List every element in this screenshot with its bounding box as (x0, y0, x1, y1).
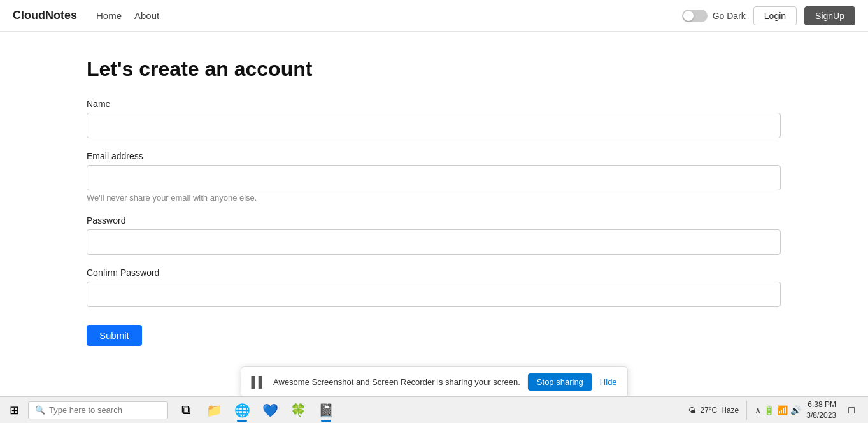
navbar-right: Go Dark Login SignUp (682, 6, 855, 25)
password-field-group: Password (87, 215, 781, 255)
task-view-icon: ⧉ (181, 403, 190, 417)
windows-icon: ⊞ (10, 403, 19, 417)
wifi-icon[interactable]: 📶 (777, 405, 788, 415)
obsidian-icon: 🍀 (290, 403, 306, 418)
taskbar-search-icon: 🔍 (35, 405, 45, 415)
weather-widget[interactable]: 🌤 27°C Haze (688, 406, 739, 415)
taskbar-app-obsidian[interactable]: 🍀 (285, 398, 311, 423)
volume-icon[interactable]: 🔊 (790, 405, 801, 415)
clock-time: 6:38 PM (806, 399, 836, 410)
onenote-icon: 📓 (318, 403, 334, 418)
name-field-group: Name (87, 99, 781, 138)
taskbar-app-task-view[interactable]: ⧉ (173, 398, 199, 423)
email-hint: We'll never share your email with anyone… (87, 193, 781, 203)
brand: CloudNotes (13, 9, 77, 22)
name-input[interactable] (87, 113, 781, 138)
stop-sharing-button[interactable]: Stop sharing (528, 373, 592, 391)
email-label: Email address (87, 151, 781, 161)
start-button[interactable]: ⊞ (0, 397, 28, 424)
vscode-icon: 💙 (262, 403, 278, 418)
weather-temp: 27°C (700, 406, 717, 415)
taskbar-app-chrome[interactable]: 🌐 (229, 398, 255, 423)
name-label: Name (87, 99, 781, 109)
weather-icon: 🌤 (688, 406, 696, 415)
clock[interactable]: 6:38 PM 3/8/2023 (806, 399, 836, 421)
taskbar-app-file-explorer[interactable]: 📁 (201, 398, 227, 423)
file-explorer-icon: 📁 (206, 403, 222, 418)
taskbar-app-onenote[interactable]: 📓 (313, 398, 339, 423)
share-banner: ▌▌ Awesome Screenshot and Screen Recorde… (240, 366, 627, 398)
taskbar-search-input[interactable] (49, 405, 156, 415)
confirm-password-label: Confirm Password (87, 268, 781, 278)
taskbar: ⊞ 🔍 ⧉ 📁 🌐 💙 🍀 📓 🌤 27°C Haze (0, 396, 868, 423)
hide-button[interactable]: Hide (600, 377, 617, 387)
confirm-password-input[interactable] (87, 282, 781, 307)
taskbar-apps: ⧉ 📁 🌐 💙 🍀 📓 (173, 398, 339, 423)
page-title: Let's create an account (87, 57, 781, 81)
clock-date: 3/8/2023 (806, 410, 836, 421)
login-button[interactable]: Login (753, 6, 797, 25)
taskbar-app-vscode[interactable]: 💙 (257, 398, 283, 423)
main-content: Let's create an account Name Email addre… (0, 32, 868, 371)
confirm-password-field-group: Confirm Password (87, 268, 781, 307)
notification-icon: □ (848, 405, 855, 416)
taskbar-divider (746, 401, 747, 420)
toggle-label: Go Dark (713, 11, 746, 21)
dark-mode-toggle[interactable]: Go Dark (682, 10, 746, 22)
navbar: CloudNotes Home About Go Dark Login Sign… (0, 0, 868, 32)
battery-icon[interactable]: 🔋 (764, 405, 774, 415)
nav-links: Home About (96, 10, 682, 21)
chrome-icon: 🌐 (234, 403, 250, 418)
taskbar-right: 🌤 27°C Haze ∧ 🔋 📶 🔊 6:38 PM 3/8/2023 □ (688, 399, 868, 421)
email-input[interactable] (87, 165, 781, 190)
notification-center-button[interactable]: □ (841, 400, 862, 420)
email-field-group: Email address We'll never share your ema… (87, 151, 781, 203)
password-label: Password (87, 215, 781, 226)
signup-button[interactable]: SignUp (804, 6, 855, 25)
share-message: Awesome Screenshot and Screen Recorder i… (273, 377, 520, 387)
system-tray: ∧ 🔋 📶 🔊 (755, 405, 801, 415)
taskbar-search-box[interactable]: 🔍 (28, 401, 168, 419)
submit-button[interactable]: Submit (87, 325, 142, 346)
toggle-track[interactable] (682, 10, 708, 22)
weather-condition: Haze (721, 406, 739, 415)
nav-home[interactable]: Home (96, 10, 122, 21)
toggle-thumb (683, 11, 694, 21)
nav-about[interactable]: About (134, 10, 159, 21)
tray-expand-icon[interactable]: ∧ (755, 405, 761, 415)
password-input[interactable] (87, 229, 781, 255)
share-icon: ▌▌ (251, 376, 266, 388)
